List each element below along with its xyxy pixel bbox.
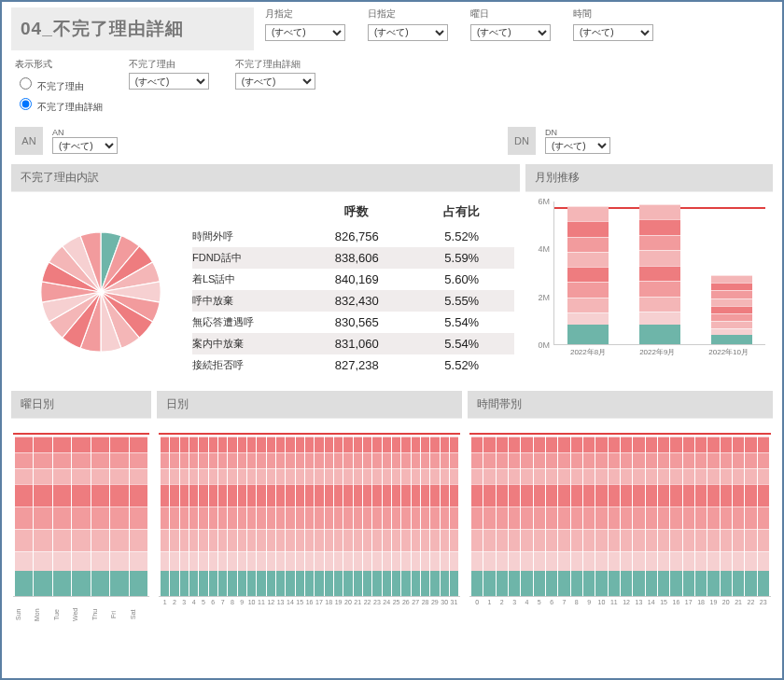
mini-bar[interactable] (441, 437, 449, 596)
mini-bar[interactable] (363, 437, 371, 596)
mini-bar[interactable] (315, 437, 323, 596)
mini-bar[interactable] (228, 437, 236, 596)
weekday-chart[interactable] (13, 423, 149, 597)
breakdown-row-name: 時間外呼 (192, 229, 304, 243)
monthly-bar[interactable] (711, 275, 752, 344)
breakdown-row[interactable]: 案内中放棄831,0605.54% (192, 333, 514, 354)
mini-bar[interactable] (546, 437, 557, 596)
mini-bar[interactable] (558, 437, 569, 596)
mini-bar[interactable] (372, 437, 381, 596)
display-mode-opt1[interactable]: 不完了理由 (15, 75, 103, 93)
breakdown-row[interactable]: 着LS話中840,1695.60% (192, 269, 514, 290)
mini-bar[interactable] (745, 437, 756, 596)
mini-bar[interactable] (430, 437, 439, 596)
mini-bar[interactable] (286, 437, 294, 596)
dashboard-frame: 04_不完了理由詳細 月指定 (すべて) 日指定 (すべて) 曜日 (すべて) … (0, 0, 784, 680)
mini-bar[interactable] (646, 437, 657, 596)
filter-weekday-select[interactable]: (すべて) (470, 24, 551, 41)
monthly-bar[interactable] (567, 206, 609, 344)
monthly-bar[interactable] (639, 204, 680, 344)
breakdown-row[interactable]: 接続拒否呼827,2385.52% (192, 354, 514, 376)
mini-bar[interactable] (683, 437, 694, 596)
breakdown-row[interactable]: FDND話中838,6065.59% (192, 247, 514, 269)
mini-bar[interactable] (15, 437, 33, 596)
mini-bar[interactable] (305, 437, 314, 596)
monthly-chart[interactable]: 0M2M4M6M 2022年8月2022年9月2022年10月 (553, 201, 765, 360)
display-mode-opt2[interactable]: 不完了理由詳細 (15, 95, 103, 114)
mini-bar[interactable] (199, 437, 207, 596)
mini-bar[interactable] (53, 437, 71, 596)
mini-bar[interactable] (247, 437, 256, 596)
mini-bar[interactable] (633, 437, 644, 596)
dn-select[interactable]: (すべて) (545, 137, 610, 154)
mini-bar[interactable] (383, 437, 391, 596)
mini-bar[interactable] (483, 437, 495, 596)
mini-bar[interactable] (334, 437, 343, 596)
hourly-panel: 時間帯別 01234567891011121314151617181920212… (468, 391, 773, 631)
mini-bar[interactable] (180, 437, 189, 596)
mini-bar[interactable] (209, 437, 217, 596)
mini-bar[interactable] (276, 437, 285, 596)
mini-bar[interactable] (412, 437, 420, 596)
mini-bar[interactable] (110, 437, 128, 596)
hourly-chart[interactable] (469, 423, 771, 597)
mini-bar[interactable] (521, 437, 532, 596)
breakdown-row-name: 呼中放棄 (192, 294, 304, 308)
breakdown-row-calls: 826,756 (304, 229, 410, 243)
mini-bar[interactable] (571, 437, 582, 596)
mini-bar[interactable] (758, 437, 769, 596)
filter-hour-select[interactable]: (すべて) (573, 24, 653, 41)
mini-bar[interactable] (707, 437, 719, 596)
mini-bar[interactable] (733, 437, 744, 596)
mini-bar[interactable] (218, 437, 227, 596)
daily-chart[interactable] (159, 423, 460, 597)
mini-bar[interactable] (354, 437, 362, 596)
mini-bar[interactable] (401, 437, 410, 596)
mini-bar[interactable] (421, 437, 429, 596)
mini-bar[interactable] (534, 437, 545, 596)
filter-reason-detail-select[interactable]: (すべて) (235, 73, 315, 90)
breakdown-row[interactable]: 時間外呼826,7565.52% (192, 226, 514, 247)
mini-bar[interactable] (595, 437, 607, 596)
mini-bar[interactable] (609, 437, 620, 596)
filter-reason: 不完了理由 (すべて) (129, 58, 209, 90)
mini-bar[interactable] (72, 437, 90, 596)
mini-bar[interactable] (721, 437, 732, 596)
mini-bar[interactable] (497, 437, 508, 596)
filter-day-select[interactable]: (すべて) (368, 24, 448, 41)
mini-bar[interactable] (509, 437, 520, 596)
page-title-box: 04_不完了理由詳細 (11, 7, 254, 50)
weekday-panel: 曜日別 SunMonTueWedThuFriSat (11, 391, 151, 631)
mini-bar[interactable] (34, 437, 51, 596)
mini-bar[interactable] (450, 437, 458, 596)
mini-bar[interactable] (170, 437, 178, 596)
mini-bar[interactable] (392, 437, 400, 596)
filter-reason-detail: 不完了理由詳細 (すべて) (235, 58, 315, 90)
mini-bar[interactable] (621, 437, 632, 596)
breakdown-row[interactable]: 呼中放棄832,4305.55% (192, 290, 514, 312)
mini-bar[interactable] (471, 437, 483, 596)
mini-bar[interactable] (161, 437, 169, 596)
breakdown-row-name: FDND話中 (192, 251, 304, 265)
an-select[interactable]: (すべて) (52, 137, 118, 154)
filter-reason-select[interactable]: (すべて) (129, 73, 209, 90)
breakdown-row-calls: 832,430 (304, 294, 410, 308)
mini-bar[interactable] (583, 437, 595, 596)
col-share: 占有比 (410, 203, 515, 220)
breakdown-pie[interactable] (17, 200, 185, 383)
mini-bar[interactable] (189, 437, 198, 596)
mini-bar[interactable] (238, 437, 246, 596)
mini-bar[interactable] (343, 437, 352, 596)
mini-bar[interactable] (91, 437, 109, 596)
mini-bar[interactable] (130, 437, 147, 596)
mini-bar[interactable] (267, 437, 275, 596)
mini-bar[interactable] (695, 437, 707, 596)
mini-bar[interactable] (257, 437, 265, 596)
mini-bar[interactable] (325, 437, 333, 596)
mini-bar[interactable] (670, 437, 681, 596)
mini-bar[interactable] (296, 437, 304, 596)
filter-month-select[interactable]: (すべて) (265, 24, 345, 41)
breakdown-row-share: 5.60% (410, 272, 515, 286)
breakdown-row[interactable]: 無応答遭遇呼830,5655.54% (192, 312, 514, 333)
mini-bar[interactable] (658, 437, 669, 596)
